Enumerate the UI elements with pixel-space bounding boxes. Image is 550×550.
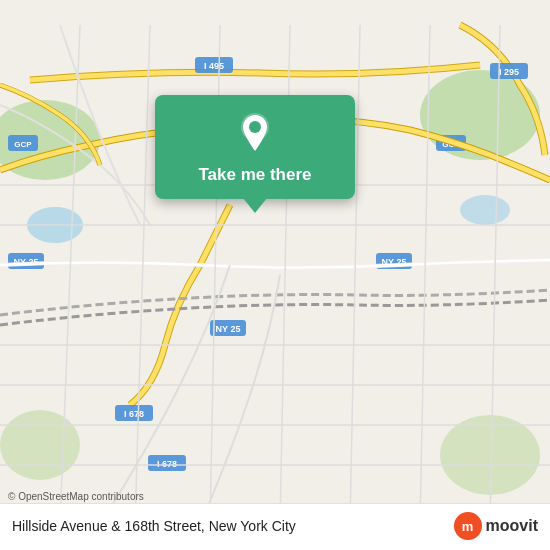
bottom-bar: Hillside Avenue & 168th Street, New York… [0,503,550,550]
take-me-there-button[interactable]: Take me there [198,165,311,185]
svg-point-39 [249,121,261,133]
svg-point-4 [0,410,80,480]
moovit-logo-dot: m [454,512,482,540]
svg-text:NY 25: NY 25 [216,324,241,334]
svg-text:I 495: I 495 [204,61,224,71]
moovit-logo: m moovit [454,512,538,540]
svg-point-3 [440,415,540,495]
svg-text:I 678: I 678 [157,459,177,469]
map-background: I 495 I 295 I 678 I 678 NY 25 NY 25 NY 2… [0,0,550,550]
popup-card[interactable]: Take me there [155,95,355,199]
location-pin-icon [233,111,277,155]
svg-text:I 295: I 295 [499,67,519,77]
svg-text:GCP: GCP [14,140,32,149]
moovit-logo-text: moovit [486,517,538,535]
svg-text:I 678: I 678 [124,409,144,419]
location-name: Hillside Avenue & 168th Street, New York… [12,518,296,534]
map-container: I 495 I 295 I 678 I 678 NY 25 NY 25 NY 2… [0,0,550,550]
osm-attribution: © OpenStreetMap contributors [8,491,144,502]
svg-point-6 [460,195,510,225]
